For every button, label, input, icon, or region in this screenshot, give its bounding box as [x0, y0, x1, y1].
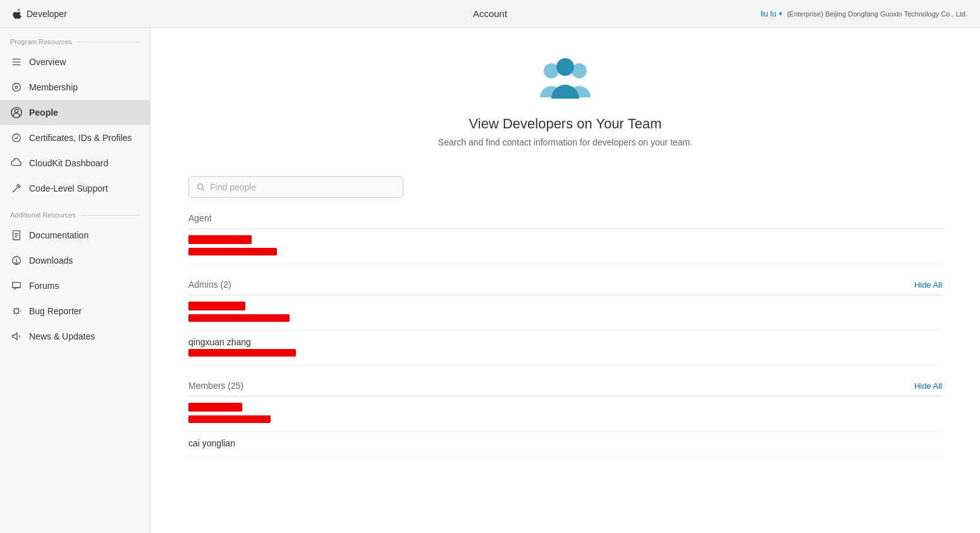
- certificates-icon: [10, 132, 23, 144]
- sidebar-item-downloads[interactable]: Downloads: [0, 248, 150, 273]
- agent-section-header: Agent: [188, 213, 942, 229]
- list-icon: [10, 56, 23, 68]
- sidebar-item-documentation-label: Documentation: [29, 230, 89, 240]
- admin2-email-redacted: [188, 348, 942, 358]
- top-header: Developer Account liu lu ▾ (Enterprise) …: [0, 0, 980, 28]
- svg-line-18: [202, 188, 204, 190]
- member-person-2: cai yonglian: [188, 432, 942, 456]
- redacted-email-block-admin1: [188, 314, 290, 322]
- search-icon: [197, 183, 205, 192]
- member-person-1: [188, 396, 942, 432]
- admins-section-header: Admins (2) Hide All: [188, 279, 942, 295]
- sidebar-item-forums[interactable]: Forums: [0, 273, 150, 298]
- svg-point-5: [15, 109, 18, 113]
- sidebar-item-people-label: People: [29, 107, 58, 118]
- svg-point-3: [13, 83, 21, 92]
- sidebar-section-additional: Additional Resources: [0, 201, 150, 223]
- redacted-name-block: [188, 235, 252, 244]
- user-org: (Enterprise) Beijing Dongfang Guoxin Tec…: [787, 10, 967, 18]
- apple-icon: [13, 9, 23, 19]
- redacted-email-block-member1: [188, 415, 271, 423]
- agent-person: [188, 229, 942, 264]
- search-input[interactable]: [210, 182, 395, 192]
- members-section-header: Members (25) Hide All: [188, 381, 942, 396]
- sidebar-item-code-support-label: Code-Level Support: [29, 183, 108, 193]
- member1-email-redacted: [188, 415, 942, 425]
- redacted-name-block-member1: [188, 403, 242, 412]
- sidebar-item-overview[interactable]: Overview: [0, 49, 150, 75]
- user-menu[interactable]: liu lu ▾ (Enterprise) Beijing Dongfang G…: [761, 9, 967, 18]
- agent-name-redacted: [188, 235, 942, 247]
- sidebar-item-bug-reporter-label: Bug Reporter: [29, 306, 82, 316]
- people-list: Agent Admins (2) Hide All: [150, 213, 980, 456]
- hero-title: View Developers on Your Team: [469, 116, 662, 132]
- admin1-name-redacted: [188, 302, 942, 314]
- team-icon: [534, 53, 597, 104]
- admin-person-1: [188, 295, 942, 331]
- members-hide-all-button[interactable]: Hide All: [914, 381, 942, 391]
- sidebar-section-program: Program Resources: [0, 28, 150, 49]
- cloud-icon: [10, 157, 23, 169]
- hero-subtitle: Search and find contact information for …: [438, 137, 692, 147]
- chevron-down-icon: ▾: [779, 10, 782, 17]
- sidebar-item-code-support[interactable]: Code-Level Support: [0, 176, 150, 201]
- admins-section-title: Admins (2): [188, 279, 231, 290]
- redacted-email-block: [188, 248, 277, 255]
- hero-section: View Developers on Your Team Search and …: [150, 28, 980, 166]
- sidebar-item-news-updates-label: News & Updates: [29, 331, 95, 341]
- sidebar-item-cloudkit-label: CloudKit Dashboard: [29, 158, 108, 168]
- svg-point-4: [15, 86, 18, 89]
- admin-person-2: qingxuan zhang: [188, 331, 942, 365]
- admin1-email-redacted: [188, 314, 942, 324]
- sidebar-item-documentation[interactable]: Documentation: [0, 223, 150, 248]
- sidebar-item-cloudkit[interactable]: CloudKit Dashboard: [0, 150, 150, 176]
- search-box[interactable]: [188, 176, 403, 198]
- svg-point-13: [14, 309, 18, 313]
- sidebar-item-membership[interactable]: Membership: [0, 75, 150, 100]
- sidebar-item-certificates-label: Certificates, IDs & Profiles: [29, 133, 132, 143]
- agent-email-redacted: [188, 247, 942, 257]
- sidebar-item-news-updates[interactable]: News & Updates: [0, 324, 150, 349]
- redacted-name-block-admin1: [188, 302, 245, 310]
- members-section: Members (25) Hide All cai yonglian: [188, 381, 942, 456]
- admin2-name: qingxuan zhang: [188, 337, 942, 347]
- sidebar: Program Resources Overview Membership: [0, 28, 150, 533]
- sidebar-item-overview-label: Overview: [29, 57, 66, 67]
- speech-icon: [10, 279, 23, 292]
- redacted-email-block-admin2: [188, 349, 296, 357]
- hero-icon: [534, 53, 597, 106]
- doc-icon: [10, 229, 23, 242]
- search-section: [150, 166, 980, 213]
- sidebar-item-bug-reporter[interactable]: Bug Reporter: [0, 298, 150, 324]
- tools-icon: [10, 182, 23, 195]
- people-icon: [10, 106, 23, 119]
- member2-name: cai yonglian: [188, 438, 942, 448]
- agent-section-title: Agent: [188, 213, 212, 223]
- main-content: View Developers on Your Team Search and …: [150, 28, 980, 533]
- sidebar-item-downloads-label: Downloads: [29, 255, 73, 266]
- page-title: Account: [473, 8, 507, 19]
- member1-name-redacted: [188, 403, 942, 415]
- sidebar-item-certificates[interactable]: Certificates, IDs & Profiles: [0, 125, 150, 150]
- username: liu lu: [761, 9, 776, 18]
- brand-name: Developer: [27, 9, 67, 19]
- sidebar-item-forums-label: Forums: [29, 281, 59, 291]
- downloads-icon: [10, 254, 23, 267]
- app-layout: Program Resources Overview Membership: [0, 28, 980, 533]
- membership-icon: [10, 81, 23, 94]
- svg-point-16: [556, 58, 574, 76]
- admins-section: Admins (2) Hide All qingxuan zhang: [188, 279, 942, 365]
- sidebar-item-people[interactable]: People: [0, 100, 150, 125]
- brand-logo: Developer: [13, 9, 67, 19]
- admins-hide-all-button[interactable]: Hide All: [914, 280, 942, 290]
- svg-point-17: [197, 184, 202, 189]
- members-section-title: Members (25): [188, 381, 243, 391]
- megaphone-icon: [10, 330, 23, 343]
- sidebar-item-membership-label: Membership: [29, 82, 78, 92]
- bug-icon: [10, 305, 23, 317]
